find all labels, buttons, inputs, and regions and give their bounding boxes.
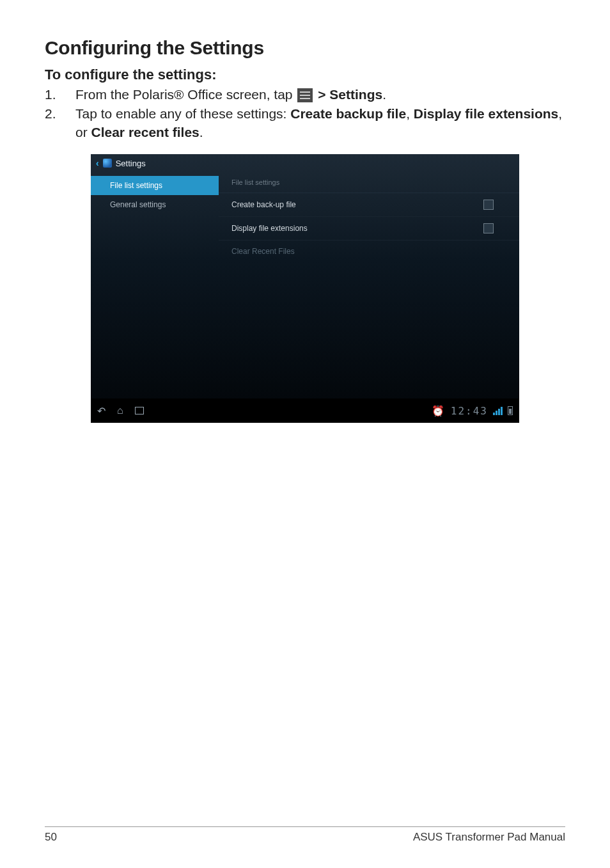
page-footer: 50 ASUS Transformer Pad Manual xyxy=(45,826,565,844)
checkbox-create-backup[interactable] xyxy=(483,200,494,210)
alarm-icon: ⏰ xyxy=(432,405,446,417)
step-2-opt1: Create backup file xyxy=(290,106,406,121)
system-navbar: ↶ ⌂ ⏰ 12:43 xyxy=(91,398,519,423)
wifi-signal-icon xyxy=(493,407,503,415)
screenshot-body: File list settings General settings File… xyxy=(91,172,519,306)
step-2-opt2: Display file extensions xyxy=(414,106,558,121)
settings-main-panel: File list settings Create back-up file D… xyxy=(219,172,519,306)
status-area[interactable]: ⏰ 12:43 xyxy=(432,405,513,417)
battery-icon xyxy=(508,406,513,415)
row-create-backup-label: Create back-up file xyxy=(231,200,296,209)
screenshot-header: ‹ Settings xyxy=(91,154,519,172)
row-create-backup[interactable]: Create back-up file xyxy=(219,193,519,217)
step-1-text-a: From the Polaris® Office screen, tap xyxy=(75,87,293,102)
step-2-sep3: . xyxy=(199,125,203,139)
step-1-settings-label: > Settings xyxy=(318,87,382,102)
step-2-opt3: Clear recent files xyxy=(91,125,199,139)
app-logo-icon[interactable] xyxy=(103,159,112,168)
step-2-sep1: , xyxy=(406,106,414,121)
clock-time: 12:43 xyxy=(451,405,488,417)
sidebar-item-general[interactable]: General settings xyxy=(91,195,219,214)
step-2-text-a: Tap to enable any of these settings: xyxy=(75,106,290,121)
nav-recent-icon[interactable] xyxy=(135,407,144,414)
nav-back-icon[interactable]: ↶ xyxy=(97,405,106,417)
row-clear-recent-label: Clear Recent Files xyxy=(231,247,295,256)
page-subheading: To configure the settings: xyxy=(45,67,565,83)
nav-icon-group: ↶ ⌂ xyxy=(97,405,144,417)
back-chevron-icon[interactable]: ‹ xyxy=(96,158,99,168)
row-display-ext[interactable]: Display file extensions xyxy=(219,217,519,241)
settings-screenshot: ‹ Settings File list settings General se… xyxy=(91,154,519,423)
checkbox-display-ext[interactable] xyxy=(483,223,494,233)
page-heading: Configuring the Settings xyxy=(45,37,565,59)
sidebar-item-file-list[interactable]: File list settings xyxy=(91,176,219,195)
settings-sidebar: File list settings General settings xyxy=(91,172,219,306)
step-2: Tap to enable any of these settings: Cre… xyxy=(45,105,565,141)
section-header: File list settings xyxy=(219,172,519,193)
step-1: From the Polaris® Office screen, tap > S… xyxy=(45,86,565,104)
nav-home-icon[interactable]: ⌂ xyxy=(117,405,123,416)
row-display-ext-label: Display file extensions xyxy=(231,224,308,233)
menu-icon xyxy=(297,88,313,102)
steps-list: From the Polaris® Office screen, tap > S… xyxy=(45,86,565,141)
page-number: 50 xyxy=(45,831,57,844)
screenshot-title: Settings xyxy=(116,159,146,168)
step-1-period: . xyxy=(382,87,386,102)
manual-title: ASUS Transformer Pad Manual xyxy=(413,831,565,844)
row-clear-recent[interactable]: Clear Recent Files xyxy=(219,241,519,262)
